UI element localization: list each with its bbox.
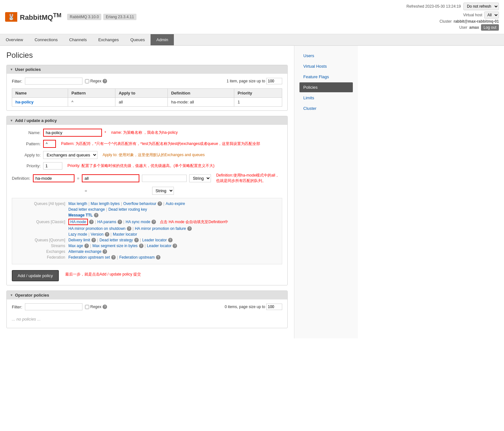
quorum-leader-locator-help-icon[interactable]: ? bbox=[168, 238, 173, 242]
federation-upstream-set-link[interactable]: Federation upstream set bbox=[68, 255, 110, 260]
queues-all-links-2: Dead letter exchange | Dead letter routi… bbox=[68, 207, 147, 212]
definition-label: Definition: bbox=[12, 176, 30, 181]
pattern-input[interactable] bbox=[43, 140, 56, 148]
col-priority: Priority bbox=[234, 89, 282, 98]
federation-upstream-help-icon[interactable]: ? bbox=[156, 255, 160, 260]
logout-button[interactable]: Log out bbox=[481, 24, 499, 31]
op-page-size-input[interactable] bbox=[266, 304, 282, 310]
ha-mirror-shutdown-help-icon[interactable]: ? bbox=[127, 226, 131, 231]
ha-mode-help-icon[interactable]: ? bbox=[89, 220, 94, 224]
definition-row-1: Definition: = String Definition:使用ha-mod… bbox=[12, 173, 282, 184]
col-pattern: Pattern bbox=[68, 89, 115, 98]
pattern-annotation: Pattern: 为匹配符，*只有一个^代表匹配所有，^test为匹配名称为te… bbox=[61, 141, 260, 147]
sidebar-item-cluster[interactable]: Cluster bbox=[299, 103, 353, 113]
sidebar-item-virtual-hosts[interactable]: Virtual Hosts bbox=[299, 61, 353, 71]
max-segment-size-help-icon[interactable]: ? bbox=[139, 244, 143, 248]
max-age-help-icon[interactable]: ? bbox=[84, 244, 89, 248]
master-locator-link[interactable]: Master locator bbox=[113, 232, 137, 237]
overflow-behaviour-link[interactable]: Overflow behaviour bbox=[123, 201, 156, 206]
add-update-policy-button[interactable]: Add / update policy bbox=[12, 270, 59, 281]
max-length-bytes-link[interactable]: Max length bytes bbox=[91, 201, 120, 206]
overflow-help-icon[interactable]: ? bbox=[158, 201, 162, 206]
row-definition: ha-mode: all bbox=[168, 98, 234, 107]
dead-letter-routing-key-link[interactable]: Dead letter routing key bbox=[108, 207, 147, 212]
def-type-select-1[interactable]: String bbox=[189, 174, 211, 182]
regex-help-icon[interactable]: ? bbox=[103, 79, 107, 83]
nav-admin[interactable]: Admin bbox=[151, 34, 174, 45]
operator-policies-header[interactable]: ▼ Operator policies bbox=[7, 291, 287, 299]
auto-expire-link[interactable]: Auto expire bbox=[166, 201, 185, 206]
operator-policies-title: Operator policies bbox=[15, 293, 49, 298]
message-ttl-link[interactable]: Message TTL bbox=[68, 213, 93, 217]
def-type-select-2[interactable]: String bbox=[152, 187, 174, 195]
apply-to-select[interactable]: Exchanges and queues Exchanges Queues Al… bbox=[43, 151, 97, 159]
lazy-mode-link[interactable]: Lazy mode bbox=[68, 232, 87, 237]
nav-overview[interactable]: Overview bbox=[0, 34, 29, 45]
pattern-label: Pattern: bbox=[12, 141, 41, 146]
message-ttl-help-icon[interactable]: ? bbox=[94, 213, 98, 217]
queues-all-label: Queues [All types] bbox=[17, 201, 65, 206]
row-priority: 1 bbox=[234, 98, 282, 107]
op-regex-checkbox[interactable] bbox=[85, 305, 89, 309]
priority-input[interactable] bbox=[43, 162, 62, 170]
sidebar-item-policies[interactable]: Policies bbox=[299, 82, 353, 92]
op-items-info: 0 items, page size up to bbox=[225, 304, 282, 310]
vhost-select[interactable]: All bbox=[484, 11, 499, 19]
shortcuts-queues-all: Queues [All types] Max length | Max leng… bbox=[17, 201, 277, 206]
ha-sync-mode-help-icon[interactable]: ? bbox=[151, 220, 156, 224]
ha-mirror-failure-link[interactable]: HA mirror promotion on failure bbox=[135, 226, 186, 231]
alternate-exchange-help-icon[interactable]: ? bbox=[103, 249, 107, 254]
dead-letter-exchange-link[interactable]: Dead letter exchange bbox=[68, 207, 105, 212]
nav: Overview Connections Channels Exchanges … bbox=[0, 34, 504, 46]
streams-leader-locator-help-icon[interactable]: ? bbox=[173, 244, 177, 248]
ha-mirror-failure-help-icon[interactable]: ? bbox=[187, 226, 192, 231]
max-length-link[interactable]: Max length bbox=[68, 201, 87, 206]
def-extra-input[interactable] bbox=[142, 175, 187, 182]
regex-checkbox[interactable] bbox=[85, 79, 89, 83]
name-annotation: name: 为策略名称 ，我命名为ha-policy bbox=[111, 130, 178, 135]
alternate-exchange-link[interactable]: Alternate exchange bbox=[68, 249, 101, 254]
quorum-leader-locator-link[interactable]: Leader locator bbox=[142, 238, 167, 242]
op-filter-input[interactable] bbox=[25, 303, 82, 310]
nav-channels[interactable]: Channels bbox=[63, 34, 92, 45]
version-badges: RabbitMQ 3.10.0 Erlang 23.3.4.11 bbox=[67, 14, 136, 20]
ha-sync-mode-link[interactable]: HA sync mode bbox=[126, 220, 150, 224]
sidebar-item-limits[interactable]: Limits bbox=[299, 93, 353, 103]
sidebar-item-feature-flags[interactable]: Feature Flags bbox=[299, 72, 353, 82]
def-val-input[interactable] bbox=[82, 174, 139, 182]
federation-upstream-set-help-icon[interactable]: ? bbox=[111, 255, 116, 260]
ha-params-link[interactable]: HA params bbox=[97, 220, 116, 224]
policy-table-body: ha-policy ^ all ha-mode: all 1 bbox=[12, 98, 282, 107]
sidebar-item-users[interactable]: Users bbox=[299, 51, 353, 61]
nav-queues[interactable]: Queues bbox=[125, 34, 151, 45]
dead-letter-strategy-link[interactable]: Dead letter strategy bbox=[99, 238, 133, 242]
shortcuts-queues-classic-3: Lazy mode | Version ? | Master locator bbox=[17, 232, 277, 237]
federation-upstream-link[interactable]: Federation upstream bbox=[119, 255, 155, 260]
policy-link[interactable]: ha-policy bbox=[15, 100, 34, 104]
ha-mirror-shutdown-link[interactable]: HA mirror promotion on shutdown bbox=[68, 226, 126, 231]
refresh-select[interactable]: Do not refresh bbox=[463, 3, 499, 10]
op-regex-help-icon[interactable]: ? bbox=[103, 305, 107, 309]
filter-input[interactable] bbox=[25, 78, 82, 85]
version-help-icon[interactable]: ? bbox=[105, 232, 109, 237]
add-policy-header[interactable]: ▼ Add / update a policy bbox=[7, 116, 287, 125]
shortcuts-federation: Federation Federation upstream set ? | F… bbox=[17, 255, 277, 260]
def-key-input[interactable] bbox=[33, 174, 74, 182]
streams-leader-locator-link[interactable]: Leader locator bbox=[147, 244, 172, 248]
ha-params-help-icon[interactable]: ? bbox=[118, 220, 122, 224]
delivery-limit-help-icon[interactable]: ? bbox=[91, 238, 96, 242]
logo-text: RabbitMQTM bbox=[17, 11, 64, 23]
page-size-input[interactable] bbox=[266, 78, 282, 84]
dead-letter-strategy-help-icon[interactable]: ? bbox=[134, 238, 139, 242]
user-policies-header[interactable]: ▼ User policies bbox=[7, 65, 287, 74]
op-filter-label: Filter: bbox=[12, 305, 22, 309]
name-input[interactable] bbox=[43, 129, 102, 137]
delivery-limit-link[interactable]: Delivery limit bbox=[68, 238, 90, 242]
nav-exchanges[interactable]: Exchanges bbox=[92, 34, 124, 45]
version-link[interactable]: Version bbox=[91, 232, 104, 237]
max-segment-size-link[interactable]: Max segment size in bytes bbox=[92, 244, 137, 248]
max-age-link[interactable]: Max age bbox=[68, 244, 83, 248]
name-row: Name: * name: 为策略名称 ，我命名为ha-policy bbox=[12, 129, 282, 137]
ha-mode-link[interactable]: HA mode bbox=[68, 219, 88, 225]
nav-connections[interactable]: Connections bbox=[29, 34, 63, 45]
